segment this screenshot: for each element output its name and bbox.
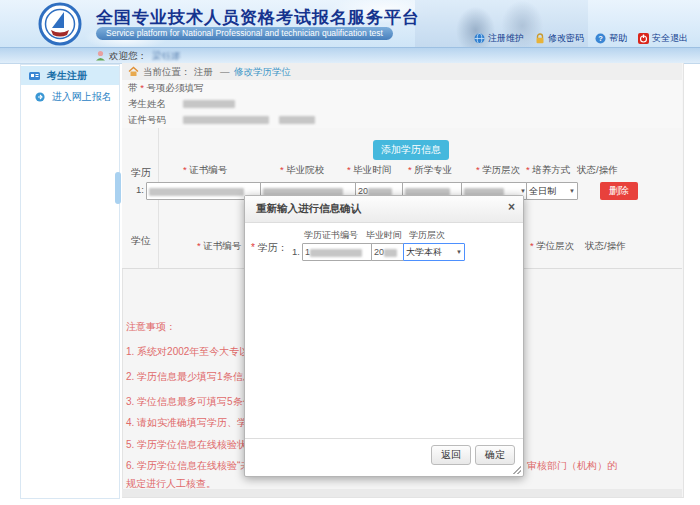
confirm-info-dialog: 重新输入进行信息确认 × 学历证书编号 毕业时间 学历层次 * 学历： 1. 1… <box>244 195 524 477</box>
dialog-time-input[interactable]: 20 <box>371 243 405 261</box>
page: 全国专业技术人员资格考试报名服务平台 Service platform for … <box>0 0 700 505</box>
note-item-6-continued: 审核部门（机构）的 <box>527 459 617 473</box>
required-star: * <box>183 164 187 175</box>
note-item-5: 5. 学历学位信息在线核验状态 <box>126 438 257 452</box>
id-number-label: 证件号码 <box>128 114 166 125</box>
help-label: 帮助 <box>609 32 627 45</box>
dialog-col-time: 毕业时间 <box>366 229 402 242</box>
sidebar-item-register[interactable]: 考生注册 <box>21 66 119 85</box>
content-bottom-strip <box>122 489 682 497</box>
id-number-masked-value-2 <box>279 116 315 124</box>
lock-icon <box>535 33 545 44</box>
id-number-masked-value <box>183 116 269 124</box>
masked-value <box>149 188 244 196</box>
register-maintain-label: 注册维护 <box>488 32 524 45</box>
candidate-name-masked-value <box>183 100 235 108</box>
education-delete-button[interactable]: 删除 <box>600 182 638 200</box>
education-col-major: * 所学专业 <box>408 164 452 177</box>
breadcrumb-section: 注册 <box>194 63 213 80</box>
education-mode-select[interactable]: ▼ 全日制 <box>526 182 578 200</box>
breadcrumb-separator: — <box>220 63 230 80</box>
required-star: * <box>280 164 284 175</box>
dialog-level-select[interactable]: ▼ 大学本科 <box>403 243 465 261</box>
note-item-4: 4. 请如实准确填写学历、学位 <box>126 416 257 430</box>
svg-text:?: ? <box>598 34 603 43</box>
dialog-cert-input[interactable]: 1 <box>302 243 374 261</box>
help-link[interactable]: ? 帮助 <box>595 32 627 45</box>
sidebar-item-register-label: 考生注册 <box>47 70 87 81</box>
welcome-username: 梁钰娜 <box>152 48 181 63</box>
masked-value <box>310 249 362 257</box>
dialog-row-index: 1. <box>292 246 300 257</box>
sidebar-item-enroll-label: 进入网上报名 <box>52 91 112 102</box>
dialog-header: 重新输入进行信息确认 × <box>245 196 523 223</box>
topbar-links: 注册维护 修改密码 ? 帮助 <box>474 32 688 45</box>
add-education-button[interactable]: 添加学历信息 <box>373 140 449 160</box>
breadcrumb-prefix: 当前位置： <box>143 63 191 80</box>
required-star: * <box>476 164 480 175</box>
dialog-title: 重新输入进行信息确认 <box>256 202 361 216</box>
notes-title: 注意事项： <box>126 320 176 334</box>
required-star: * <box>140 82 144 93</box>
banner: 全国专业技术人员资格考试报名服务平台 Service platform for … <box>0 0 700 48</box>
close-icon[interactable]: × <box>508 200 515 214</box>
degree-col-status: 状态/操作 <box>585 240 626 253</box>
question-icon: ? <box>595 33 606 44</box>
required-star: * <box>526 164 530 175</box>
home-icon <box>128 66 139 77</box>
education-row-index: 1: <box>136 184 144 195</box>
education-col-status: 状态/操作 <box>577 164 618 177</box>
dialog-field-label: * 学历： <box>251 241 288 255</box>
masked-value <box>384 249 397 257</box>
degree-label-divider <box>158 212 159 268</box>
required-star: * <box>347 164 351 175</box>
confirm-button[interactable]: 确定 <box>475 445 515 465</box>
education-row-label: 学历 <box>131 166 151 180</box>
sidebar: 考生注册 进入网上报名 <box>20 64 120 499</box>
dialog-footer-divider <box>245 438 523 439</box>
register-maintain-link[interactable]: 注册维护 <box>474 32 524 45</box>
note-item-3: 3. 学位信息最多可填写5条信 <box>126 395 253 409</box>
logout-label: 安全退出 <box>652 32 688 45</box>
breadcrumb-current-link[interactable]: 修改学历学位 <box>234 63 291 80</box>
banner-title: 全国专业技术人员资格考试报名服务平台 <box>96 6 420 29</box>
education-col-cert: * 证书编号 <box>183 164 227 177</box>
back-button[interactable]: 返回 <box>431 445 471 465</box>
required-note-post: 号项必须填写 <box>146 82 203 93</box>
change-password-label: 修改密码 <box>548 32 584 45</box>
degree-col-level: * 学位层次 <box>530 240 574 253</box>
note-item-1: 1. 系统对2002年至今大专以上 <box>126 345 259 359</box>
id-card-icon <box>29 71 40 81</box>
required-note-pre: 带 <box>128 82 138 93</box>
education-col-school: * 毕业院校 <box>280 164 324 177</box>
user-avatar-icon <box>95 50 106 61</box>
dialog-resize-handle[interactable] <box>513 466 521 474</box>
education-col-level: * 学历层次 <box>476 164 520 177</box>
circle-arrow-icon <box>35 92 45 102</box>
sidebar-item-enroll[interactable]: 进入网上报名 <box>21 87 119 106</box>
banner-subtitle: Service platform for National Profession… <box>96 27 393 40</box>
chevron-down-icon: ▼ <box>569 183 575 199</box>
breadcrumb: 当前位置： 注册 — 修改学历学位 <box>122 63 682 81</box>
sidebar-collapse-handle[interactable] <box>115 172 121 204</box>
dialog-col-level: 学历层次 <box>409 229 445 242</box>
required-note-row: 带 * 号项必须填写 <box>122 80 682 97</box>
required-star: * <box>251 242 255 253</box>
id-number-row: 证件号码 <box>122 112 682 129</box>
candidate-name-row: 考生姓名 <box>122 96 682 113</box>
globe-icon <box>474 33 485 44</box>
power-icon <box>638 33 649 44</box>
change-password-link[interactable]: 修改密码 <box>535 32 584 45</box>
logout-link[interactable]: 安全退出 <box>638 32 688 45</box>
education-col-time: * 毕业时间 <box>347 164 391 177</box>
required-star: * <box>530 240 534 251</box>
candidate-name-label: 考生姓名 <box>128 98 166 109</box>
note-item-6: 6. 学历学位信息在线核验“未 <box>126 459 250 473</box>
note-item-2: 2. 学历信息最少填写1条信息， <box>126 370 263 384</box>
chevron-down-icon: ▼ <box>456 244 462 260</box>
welcome-label: 欢迎您： <box>109 48 147 63</box>
degree-row-label: 学位 <box>131 234 151 248</box>
education-col-mode: * 培养方式 <box>526 164 570 177</box>
required-star: * <box>197 240 201 251</box>
dialog-col-cert: 学历证书编号 <box>304 229 358 242</box>
